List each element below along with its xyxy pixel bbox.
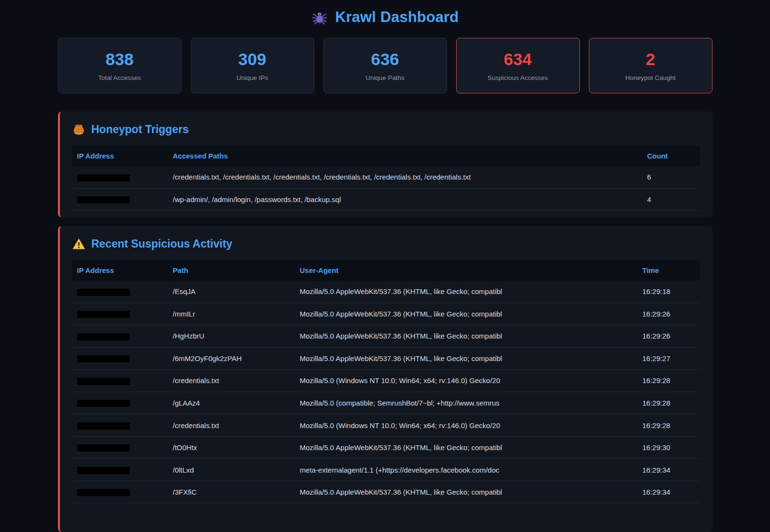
col-user-agent: User-Agent [295, 260, 638, 281]
suspicious-row: /gLAAz4Mozilla/5.0 (compatible; SemrushB… [72, 392, 700, 414]
stats-row: 838Total Accesses309Unique IPs636Unique … [58, 38, 713, 93]
suspicious-row: /credentials.txtMozilla/5.0 (Windows NT … [72, 414, 700, 437]
honeypot-row: /credentials.txt, /credentials.txt, /cre… [72, 166, 700, 188]
suspicious-table-header: IP Address Path User-Agent Time [72, 260, 700, 281]
redacted-ip [77, 196, 130, 204]
path-cell: /3FXfiC [168, 481, 295, 503]
suspicious-section-title: Recent Suspicious Activity [92, 238, 232, 250]
ip-cell [72, 459, 168, 481]
page-header: Krawl Dashboard [58, 0, 713, 27]
user-agent-cell: Mozilla/5.0 AppleWebKit/537.36 (KHTML, l… [295, 325, 638, 348]
stat-label: Total Accesses [63, 74, 176, 81]
ip-cell [72, 166, 168, 188]
col-accessed-paths: Accessed Paths [168, 146, 643, 166]
user-agent-cell: Mozilla/5.0 (Windows NT 10.0; Win64; x64… [295, 370, 638, 392]
stat-label: Honeypot Caught [594, 74, 707, 81]
user-agent-cell: Mozilla/5.0 AppleWebKit/537.36 (KHTML, l… [295, 481, 638, 503]
ip-cell [72, 188, 168, 211]
suspicious-table-body: /EsqJAMozilla/5.0 AppleWebKit/537.36 (KH… [72, 281, 700, 503]
ip-cell [72, 347, 168, 370]
col-time: Time [638, 260, 700, 281]
suspicious-row: /3FXfiCMozilla/5.0 AppleWebKit/537.36 (K… [72, 481, 700, 503]
suspicious-row: /credentials.txtMozilla/5.0 (Windows NT … [72, 370, 700, 392]
ip-cell [72, 436, 168, 459]
path-cell: /6mM2OyF0gk2zPAH [168, 347, 295, 370]
path-cell: /tO0Htx [168, 436, 295, 459]
user-agent-cell: Mozilla/5.0 (compatible; SemrushBot/7~bl… [295, 392, 638, 414]
stat-value: 636 [329, 51, 442, 68]
time-cell: 16:29:26 [638, 303, 700, 325]
stat-card-suspicious-accesses: 634Suspicious Accesses [456, 38, 580, 93]
path-cell: /EsqJA [168, 281, 295, 303]
ip-cell [72, 281, 168, 303]
honeypot-table: IP Address Accessed Paths Count /credent… [72, 146, 700, 211]
stat-value: 2 [594, 51, 707, 68]
redacted-ip [77, 400, 130, 407]
warning-icon [72, 238, 85, 250]
stat-label: Unique Paths [329, 74, 442, 81]
ip-cell [72, 481, 168, 503]
suspicious-row: /mmILrMozilla/5.0 AppleWebKit/537.36 (KH… [72, 303, 700, 325]
user-agent-cell: Mozilla/5.0 AppleWebKit/537.36 (KHTML, l… [295, 303, 638, 325]
col-path: Path [168, 260, 295, 281]
redacted-ip [77, 311, 130, 318]
stat-label: Unique IPs [196, 74, 309, 81]
time-cell: 16:29:30 [638, 436, 700, 459]
redacted-ip [77, 355, 130, 362]
path-cell: /HgHzbrU [168, 325, 295, 348]
path-cell: /0ltLxd [168, 459, 295, 481]
path-cell: /credentials.txt [168, 414, 295, 437]
accessed-paths-cell: /wp-admin/, /admin/login, /passwords.txt… [168, 188, 643, 211]
user-agent-cell: Mozilla/5.0 AppleWebKit/537.36 (KHTML, l… [295, 436, 638, 459]
time-cell: 16:29:28 [638, 414, 700, 437]
count-cell: 6 [643, 166, 700, 188]
stat-card-total-accesses: 838Total Accesses [58, 38, 182, 93]
redacted-ip [77, 489, 130, 496]
count-cell: 4 [643, 188, 700, 211]
time-cell: 16:29:28 [638, 370, 700, 392]
stat-label: Suspicious Accesses [461, 74, 575, 81]
stat-value: 634 [461, 51, 575, 68]
honeypot-section-header: Honeypot Triggers [72, 123, 700, 136]
redacted-ip [77, 333, 130, 340]
redacted-ip [77, 444, 130, 452]
user-agent-cell: Mozilla/5.0 (Windows NT 10.0; Win64; x64… [295, 414, 638, 437]
user-agent-cell: Mozilla/5.0 AppleWebKit/537.36 (KHTML, l… [295, 347, 638, 370]
time-cell: 16:29:28 [638, 392, 700, 414]
page-title: Krawl Dashboard [335, 9, 459, 26]
time-cell: 16:29:34 [638, 459, 700, 481]
honeypot-table-body: /credentials.txt, /credentials.txt, /cre… [72, 166, 700, 211]
spider-icon [311, 9, 328, 25]
user-agent-cell: meta-externalagent/1.1 (+https://develop… [295, 459, 638, 481]
stat-value: 309 [196, 51, 309, 68]
honeypot-row: /wp-admin/, /admin/login, /passwords.txt… [72, 188, 700, 211]
suspicious-row: /EsqJAMozilla/5.0 AppleWebKit/537.36 (KH… [72, 281, 700, 303]
ip-cell [72, 392, 168, 414]
ip-cell [72, 370, 168, 392]
dashboard: Krawl Dashboard 838Total Accesses309Uniq… [58, 0, 713, 532]
suspicious-section: Recent Suspicious Activity IP Address Pa… [58, 226, 713, 532]
ip-cell [72, 303, 168, 325]
time-cell: 16:29:34 [638, 481, 700, 503]
col-count: Count [643, 146, 700, 166]
accessed-paths-cell: /credentials.txt, /credentials.txt, /cre… [168, 166, 643, 188]
suspicious-row: /tO0HtxMozilla/5.0 AppleWebKit/537.36 (K… [72, 436, 700, 459]
col-ip-address: IP Address [72, 260, 168, 281]
redacted-ip [77, 467, 130, 474]
time-cell: 16:29:26 [638, 325, 700, 348]
honeypot-section-title: Honeypot Triggers [92, 123, 189, 136]
redacted-ip [77, 422, 130, 430]
stat-value: 838 [63, 51, 176, 68]
path-cell: /gLAAz4 [168, 392, 295, 414]
user-agent-cell: Mozilla/5.0 AppleWebKit/537.36 (KHTML, l… [295, 281, 638, 303]
ip-cell [72, 325, 168, 348]
path-cell: /mmILr [168, 303, 295, 325]
stat-card-unique-ips: 309Unique IPs [191, 38, 314, 93]
path-cell: /credentials.txt [168, 370, 295, 392]
stat-card-unique-paths: 636Unique Paths [323, 38, 447, 93]
time-cell: 16:29:27 [638, 347, 700, 370]
suspicious-section-header: Recent Suspicious Activity [72, 238, 700, 250]
honeypot-table-header: IP Address Accessed Paths Count [72, 146, 700, 166]
time-cell: 16:29:18 [638, 281, 700, 303]
redacted-ip [77, 378, 130, 385]
